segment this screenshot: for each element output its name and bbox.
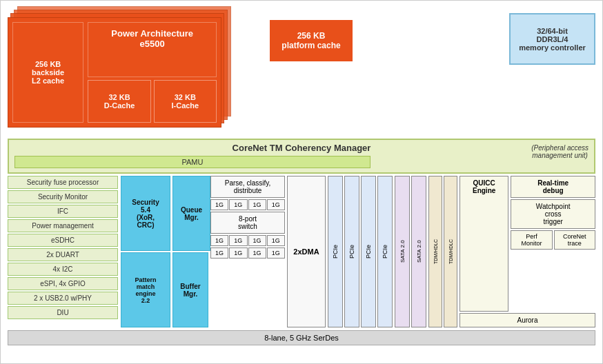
corenet-trace-box: CoreNet trace — [554, 230, 595, 250]
left-sidebar: Security fuse processor Security Monitor… — [8, 176, 118, 327]
watchpoint-box: Watchpoint cross trigger — [511, 199, 595, 229]
icache-box: 32 KB I-Cache — [154, 80, 217, 123]
cpu-top-row: 256 KB backside L2 cache Power Architect… — [12, 22, 217, 123]
sidebar-item-espi: eSPI, 4x GPIO — [8, 277, 118, 290]
peripheral-text: (Peripheral access management unit) — [531, 144, 589, 159]
g1-top-3: 1G — [267, 199, 285, 210]
tdm-col-1: TDM/HDLC — [444, 176, 457, 327]
top-area: 256 KB backside L2 cache Power Architect… — [1, 1, 602, 139]
sidebar-item-power-mgmt: Power management — [8, 219, 118, 232]
cpu-right: Power Architecture e5500 32 KB D-Cache 3… — [88, 22, 217, 123]
buffer-mgr-block: Buffer Mgr. — [172, 252, 208, 327]
g1-bot2-2: 1G — [248, 247, 266, 259]
sidebar-item-i2c: 4x I2C — [8, 263, 118, 276]
dma-box: 2xDMA — [287, 176, 326, 327]
switch-box: 8-port switch — [210, 212, 285, 234]
bottom-area: Security fuse processor Security Monitor… — [8, 176, 595, 327]
tdm-group: TDM/HDLC TDM/HDLC — [428, 176, 457, 327]
corenet-inner: CoreNet TM Coherency Manager PAMU (Perip… — [14, 143, 589, 170]
g1-bot1-2: 1G — [248, 235, 266, 246]
perf-corenet-row: Perf Monitor CoreNet trace — [511, 230, 595, 250]
pamu-bar: PAMU — [14, 156, 370, 168]
corenet-left: CoreNet TM Coherency Manager PAMU — [14, 143, 589, 170]
tdm-col-0: TDM/HDLC — [428, 176, 442, 327]
l2-cache-label: 256 KB backside L2 cache — [12, 22, 83, 123]
sidebar-item-security-fuse: Security fuse processor — [8, 176, 118, 189]
pcd-switch-col: Parse, classify, distribute 1G 1G 1G 1G … — [210, 176, 285, 327]
sidebar-item-ifc: IFC — [8, 205, 118, 218]
sidebar-item-diu: DIU — [8, 306, 118, 319]
ddr-wrapper: 32/64-bit DDR3L/4 memory controller — [509, 6, 595, 65]
g1-bot1-0: 1G — [210, 235, 228, 246]
corenet-title: CoreNet TM Coherency Manager — [14, 143, 589, 154]
top-blocks-row: Security 5.4 (XoR, CRC) Pattern match en… — [121, 176, 595, 327]
cpu-card-front: 256 KB backside L2 cache Power Architect… — [8, 17, 221, 128]
security-block: Security 5.4 (XoR, CRC) — [121, 176, 170, 251]
pcd-box: Parse, classify, distribute — [210, 176, 285, 198]
main-container: 256 KB backside L2 cache Power Architect… — [0, 0, 603, 364]
perf-monitor-box: Perf Monitor — [511, 230, 552, 250]
platform-cache-box: 256 KB platform cache — [270, 20, 353, 61]
sata-col-1: SATA 2.0 — [411, 176, 426, 327]
pcie-col-1: PCIe — [344, 176, 359, 327]
g1-top-2: 1G — [248, 199, 266, 210]
g1-bottom-row2: 1G 1G 1G 1G — [210, 247, 285, 259]
ddr-box: 32/64-bit DDR3L/4 memory controller — [509, 13, 595, 65]
aurora-box: Aurora — [459, 313, 595, 327]
sidebar-item-esdhc: eSDHC — [8, 234, 118, 247]
queue-mgr-block: Queue Mgr. — [172, 176, 210, 251]
g1-top-0: 1G — [210, 199, 228, 210]
cpu-arch-title: Power Architecture e5500 — [88, 22, 217, 77]
dcache-box: 32 KB D-Cache — [88, 80, 150, 123]
realtime-debug-box: Real-time debug — [511, 176, 595, 198]
sidebar-item-duart: 2x DUART — [8, 248, 118, 261]
cpu-stack: 256 KB backside L2 cache Power Architect… — [8, 6, 263, 134]
pcie-group: PCIe PCIe PCIe PCIe — [328, 176, 393, 327]
serdes-bar: 8-lane, 5 GHz SerDes — [8, 330, 595, 345]
pcie-col-2: PCIe — [361, 176, 376, 327]
security-col: Security 5.4 (XoR, CRC) Pattern match en… — [121, 176, 170, 327]
pcie-col-0: PCIe — [328, 176, 343, 327]
main-content: Security 5.4 (XoR, CRC) Pattern match en… — [121, 176, 595, 327]
corenet-area: CoreNet TM Coherency Manager PAMU (Perip… — [8, 139, 595, 174]
right-block: QUICC Engine Real-time debug Watchpoint … — [459, 176, 595, 327]
sidebar-item-security-monitor: Security Monitor — [8, 190, 118, 203]
quicc-realtime-row: QUICC Engine Real-time debug Watchpoint … — [459, 176, 595, 312]
sata-group: SATA 2.0 SATA 2.0 — [395, 176, 426, 327]
g1-bot1-3: 1G — [267, 235, 285, 246]
g1-top-1: 1G — [229, 199, 247, 210]
sidebar-item-usb: 2 x USB2.0 w/PHY — [8, 292, 118, 305]
quicc-engine-box: QUICC Engine — [459, 176, 508, 312]
cpu-caches: 32 KB D-Cache 32 KB I-Cache — [88, 80, 217, 123]
pattern-match-block: Pattern match engine 2.2 — [121, 252, 170, 327]
sata-col-0: SATA 2.0 — [395, 176, 410, 327]
g1-bot2-0: 1G — [210, 247, 228, 259]
queue-buffer-col: Queue Mgr. Buffer Mgr. — [172, 176, 208, 327]
g1-bottom-row1: 1G 1G 1G 1G — [210, 235, 285, 246]
g1-bot1-1: 1G — [229, 235, 247, 246]
pcie-col-3: PCIe — [377, 176, 393, 327]
g1-bot2-1: 1G — [229, 247, 247, 259]
g1-top-row: 1G 1G 1G 1G — [210, 199, 285, 210]
realtime-col: Real-time debug Watchpoint cross trigger… — [511, 176, 595, 312]
g1-bot2-3: 1G — [267, 247, 285, 259]
